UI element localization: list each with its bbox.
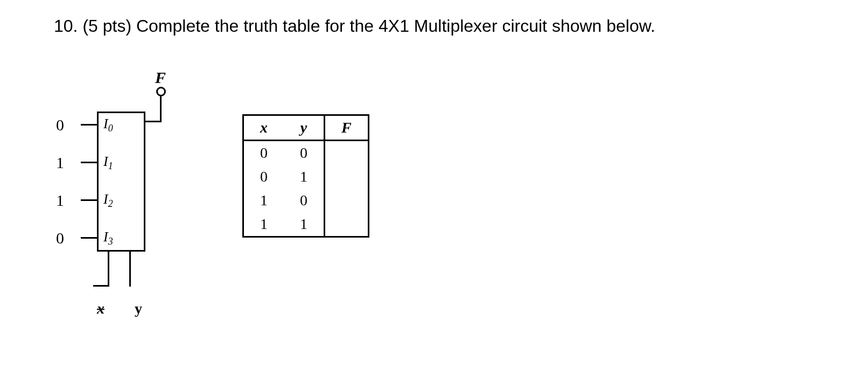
truth-table: x y F 0 0 0 1 1 0: [242, 114, 369, 238]
input-label-i1: I1: [103, 154, 113, 172]
cell-x: 1: [243, 212, 284, 237]
wire-select-y-v: [129, 252, 131, 287]
inverter-bubble-icon: [156, 87, 166, 96]
header-f: F: [325, 115, 369, 141]
cell-f: [325, 165, 369, 189]
question-text: 10. (5 pts) Complete the truth table for…: [54, 16, 814, 36]
cell-f: [325, 212, 369, 237]
wire-output-vertical: [160, 96, 162, 122]
input-value-i0: 0: [56, 116, 64, 134]
wire-i2: [81, 199, 97, 201]
cell-x: 0: [243, 141, 284, 165]
truth-table-wrapper: x y F 0 0 0 1 1 0: [242, 114, 369, 238]
cell-f: [325, 141, 369, 165]
cell-x: 0: [243, 165, 284, 189]
wire-i3: [81, 237, 97, 239]
cell-y: 0: [284, 189, 325, 212]
multiplexer-diagram: F 0 I0 1 I1 1 I2 0 I3 x y: [54, 68, 210, 327]
cell-x: 1: [243, 189, 284, 212]
wire-select-x-v: [108, 252, 109, 287]
table-header-row: x y F: [243, 115, 369, 141]
input-label-i3: I3: [103, 229, 113, 247]
table-row: 1 0: [243, 189, 369, 212]
input-value-i2: 1: [56, 191, 64, 210]
header-x: x: [243, 115, 284, 141]
wire-select-x-h: [93, 285, 109, 287]
output-label-F: F: [155, 68, 166, 87]
wire-output-horizontal: [145, 121, 162, 122]
input-value-i3: 0: [56, 229, 64, 247]
select-label-y: y: [135, 300, 142, 317]
input-label-i0: I0: [103, 116, 113, 134]
input-label-i2: I2: [103, 191, 113, 210]
cell-f: [325, 189, 369, 212]
table-row: 0 0: [243, 141, 369, 165]
cell-y: 1: [284, 212, 325, 237]
table-row: 0 1: [243, 165, 369, 189]
table-row: 1 1: [243, 212, 369, 237]
wire-i1: [81, 162, 97, 163]
cell-y: 1: [284, 165, 325, 189]
select-label-x: x: [97, 300, 104, 317]
cell-y: 0: [284, 141, 325, 165]
input-value-i1: 1: [56, 154, 64, 172]
content-container: F 0 I0 1 I1 1 I2 0 I3 x y x y F: [54, 68, 814, 327]
wire-i0: [81, 124, 97, 126]
header-y: y: [284, 115, 325, 141]
